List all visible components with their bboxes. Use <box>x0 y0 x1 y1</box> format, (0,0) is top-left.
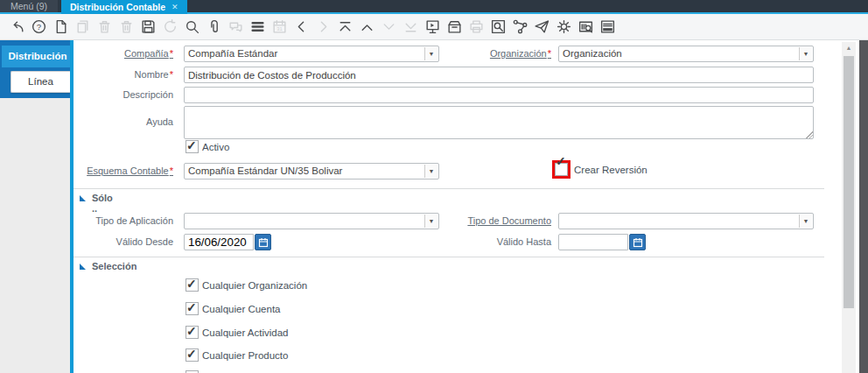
calendar-icon[interactable] <box>629 234 646 250</box>
section-seleccion-title: Selección <box>92 261 136 271</box>
tab-distribucion-contable-label: Distribución Contable <box>70 1 165 14</box>
section-separator <box>74 257 824 257</box>
calendar-icon[interactable] <box>255 234 271 250</box>
organizacion-label[interactable]: Organización <box>446 48 551 59</box>
collapse-triangle-icon[interactable] <box>80 195 86 201</box>
first-record-icon[interactable] <box>336 18 354 36</box>
svg-text:31: 31 <box>276 26 282 32</box>
valido-desde-input[interactable] <box>184 234 254 250</box>
window-edge <box>859 14 868 373</box>
chevron-down-icon[interactable]: ▼ <box>424 215 438 228</box>
cualquier-organizacion-checkbox[interactable] <box>186 278 199 292</box>
new-record-icon[interactable] <box>52 18 69 36</box>
tipo-documento-label[interactable]: Tipo de Documento <box>446 215 551 226</box>
organizacion-value: Organización <box>563 46 797 61</box>
tipo-documento-combobox[interactable]: ▼ <box>558 213 814 229</box>
crear-reversion-label: Crear Reversión <box>574 165 648 175</box>
sidebar-tab-distribucion[interactable]: Distribución <box>2 46 74 67</box>
zoom-window-icon[interactable] <box>489 18 507 36</box>
preferences-icon[interactable] <box>555 18 572 36</box>
chevron-down-icon[interactable]: ▼ <box>424 165 438 178</box>
cualquier-organizacion-label: Cualquier Organización <box>202 280 307 291</box>
nombre-label: Nombre <box>74 69 173 80</box>
last-record-icon <box>402 18 419 36</box>
valido-desde-label: Válido Desde <box>74 236 173 247</box>
esquema-contable-label[interactable]: Esquema Contable <box>74 165 173 176</box>
sidebar-tab-linea[interactable]: Línea <box>10 71 70 93</box>
window-tabs: Menú (9) Distribución Contable ✕ <box>0 0 187 14</box>
cualquier-actividad-checkbox[interactable] <box>186 326 199 339</box>
chevron-down-icon[interactable]: ▼ <box>799 47 812 60</box>
descripcion-label: Descripción <box>74 89 173 100</box>
undo-icon[interactable] <box>8 18 25 36</box>
grid-toggle-icon[interactable] <box>248 18 266 36</box>
valido-hasta-label: Válido Hasta <box>446 236 551 247</box>
ayuda-label: Ayuda <box>74 116 173 127</box>
tab-menu[interactable]: Menú (9) <box>0 0 58 12</box>
copy-record-icon <box>74 18 91 36</box>
scrollbar-thumb[interactable] <box>844 56 854 308</box>
calendar-requests-icon: 31 <box>270 18 288 36</box>
valido-hasta-input[interactable] <box>558 234 628 250</box>
save-icon[interactable] <box>139 18 157 36</box>
find-icon[interactable] <box>183 18 200 36</box>
help-icon[interactable]: ? <box>30 18 47 36</box>
cualquier-cuenta-label: Cualquier Cuenta <box>202 304 281 314</box>
cualquier-producto-label: Cualquier Producto <box>202 350 288 361</box>
delete-record-icon <box>95 18 113 36</box>
textarea-resize-grip[interactable] <box>806 131 813 138</box>
activo-label: Activo <box>202 142 229 152</box>
product-info-icon[interactable] <box>577 18 594 36</box>
collapse-triangle-icon[interactable] <box>80 264 86 270</box>
attachment-icon[interactable] <box>205 18 222 36</box>
close-tab-icon[interactable]: ✕ <box>172 1 178 14</box>
red-highlight-box <box>552 160 570 179</box>
esquema-contable-combobox[interactable]: Compañía Estándar UN/35 Bolivar ▼ <box>184 163 439 179</box>
nombre-input[interactable] <box>184 67 814 83</box>
section-solo-title: Sólo .. <box>92 193 113 214</box>
tipo-aplicacion-value <box>188 214 423 229</box>
ayuda-textarea[interactable] <box>184 106 814 139</box>
send-icon[interactable] <box>533 18 550 36</box>
descripcion-input[interactable] <box>184 87 814 103</box>
delete-selection-icon <box>117 18 135 36</box>
chat-icon <box>227 18 244 36</box>
refresh-icon <box>161 18 178 36</box>
compania-label[interactable]: Compañía <box>74 48 173 59</box>
print-icon <box>467 18 485 36</box>
cualquier-producto-checkbox[interactable] <box>186 348 199 362</box>
compania-combobox[interactable]: Compañía Estándar ▼ <box>184 46 439 62</box>
cualquier-cuenta-checkbox[interactable] <box>186 302 199 315</box>
sidebar-panel <box>0 98 74 373</box>
sidebar-tab-strip: Distribución Línea <box>0 40 74 98</box>
archive-icon[interactable] <box>445 18 463 36</box>
scroll-up-icon[interactable]: ▲ <box>842 42 856 54</box>
tipo-aplicacion-combobox[interactable]: ▼ <box>184 213 439 229</box>
detail-record-icon <box>380 18 397 36</box>
workflow-icon[interactable] <box>511 18 528 36</box>
toolbar: ?31 <box>0 14 868 40</box>
svg-text:?: ? <box>36 22 40 32</box>
parent-record-icon[interactable] <box>358 18 375 36</box>
compania-value: Compañía Estándar <box>188 46 423 61</box>
sidebar-divider <box>70 40 74 373</box>
tab-distribucion-contable[interactable]: Distribución Contable ✕ <box>61 0 187 14</box>
cualquier-actividad-label: Cualquier Actividad <box>202 327 288 338</box>
chevron-down-icon[interactable]: ▼ <box>424 47 438 60</box>
tipo-documento-value <box>563 214 797 229</box>
previous-record-icon[interactable] <box>292 18 310 36</box>
activo-checkbox[interactable] <box>186 140 199 153</box>
top-header-bar: Menú (9) Distribución Contable ✕ <box>0 0 868 14</box>
next-record-icon <box>314 18 332 36</box>
report-window-icon[interactable] <box>598 18 616 36</box>
tipo-aplicacion-label: Tipo de Aplicación <box>74 215 173 226</box>
chevron-down-icon[interactable]: ▼ <box>799 215 812 228</box>
report-icon[interactable] <box>424 18 441 36</box>
form-distribucion: Compañía Compañía Estándar ▼ Organizació… <box>74 40 842 373</box>
crear-reversion-checkbox[interactable] <box>555 163 568 176</box>
vertical-scrollbar[interactable]: ▲ <box>842 42 856 373</box>
section-separator <box>74 188 824 189</box>
application-window: Menú (9) Distribución Contable ✕ ?31 Dis… <box>0 0 868 373</box>
esquema-contable-value: Compañía Estándar UN/35 Bolivar <box>188 164 423 179</box>
organizacion-combobox[interactable]: Organización ▼ <box>558 46 814 62</box>
